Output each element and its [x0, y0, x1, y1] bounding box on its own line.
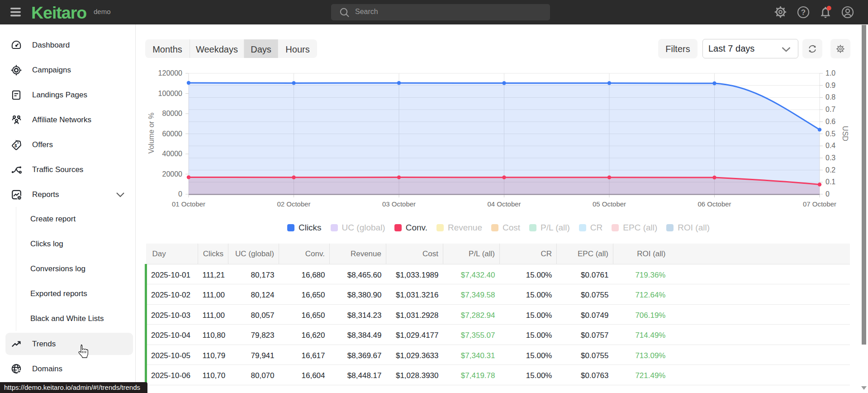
svg-text:$: $ — [14, 143, 17, 148]
svg-text:?: ? — [801, 8, 806, 17]
